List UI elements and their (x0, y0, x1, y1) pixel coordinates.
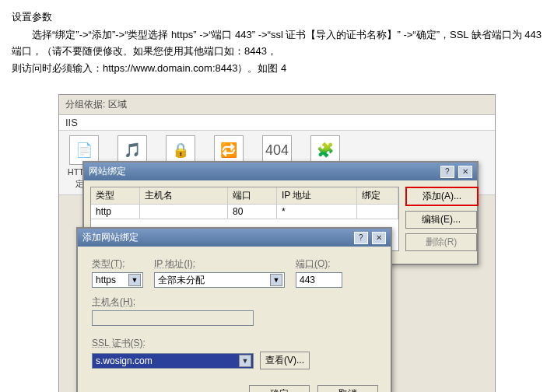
cancel-button[interactable]: 取消 (317, 385, 378, 392)
help-icon[interactable]: ? (440, 166, 454, 178)
ok-button[interactable]: 确定 (249, 385, 310, 392)
label-ssl: SSL 证书(S): (92, 337, 377, 350)
host-input (92, 310, 254, 326)
chevron-down-icon: ▼ (270, 274, 282, 286)
port-input[interactable]: 443 (296, 272, 342, 288)
ssl-cert-select[interactable]: s.wosign.com▼ (92, 353, 254, 369)
label-host: 主机名(H): (92, 296, 377, 309)
bindings-title: 网站绑定 (89, 165, 126, 178)
col-binding: 绑定 (357, 187, 398, 204)
chevron-down-icon: ▼ (239, 355, 251, 367)
edit-button[interactable]: 编辑(E)... (405, 211, 477, 229)
table-row[interactable]: http 80 * (91, 205, 398, 219)
iis-screenshot: 分组依据: 区域 IIS 📄HTTP 重定向 🎵MIME 类型 🔒SSL 设置 … (58, 94, 496, 392)
close-icon[interactable]: ✕ (458, 166, 472, 178)
doc-line2: 则访问时必须输入：https://www.domain.com:8443）。如图… (12, 61, 542, 77)
doc-heading: 设置参数 (12, 9, 542, 26)
top-clipped-label: 分组依据: 区域 (59, 95, 495, 115)
close-icon[interactable]: ✕ (372, 232, 386, 244)
label-port: 端口(O): (296, 257, 342, 271)
add-button[interactable]: 添加(A)... (405, 187, 479, 206)
add-binding-title: 添加网站绑定 (82, 231, 138, 244)
group-header-iis: IIS (59, 115, 495, 131)
window-add-binding: 添加网站绑定 ? ✕ 类型(T): https▼ IP 地址(I): 全部未分配… (76, 227, 392, 392)
doc-line1: 选择“绑定”->“添加”->“类型选择 https” ->“端口 443” ->… (12, 27, 542, 60)
col-host: 主机名 (140, 187, 228, 204)
label-ip: IP 地址(I): (154, 257, 285, 271)
col-ip: IP 地址 (277, 187, 357, 204)
label-type: 类型(T): (92, 257, 143, 271)
view-button[interactable]: 查看(V)... (260, 352, 310, 369)
ip-select[interactable]: 全部未分配▼ (154, 272, 285, 288)
col-port: 端口 (228, 187, 277, 204)
help-icon[interactable]: ? (354, 232, 368, 244)
delete-button: 删除(R) (405, 233, 477, 251)
col-type: 类型 (91, 187, 140, 204)
chevron-down-icon: ▼ (128, 274, 141, 286)
type-select[interactable]: https▼ (92, 272, 143, 288)
